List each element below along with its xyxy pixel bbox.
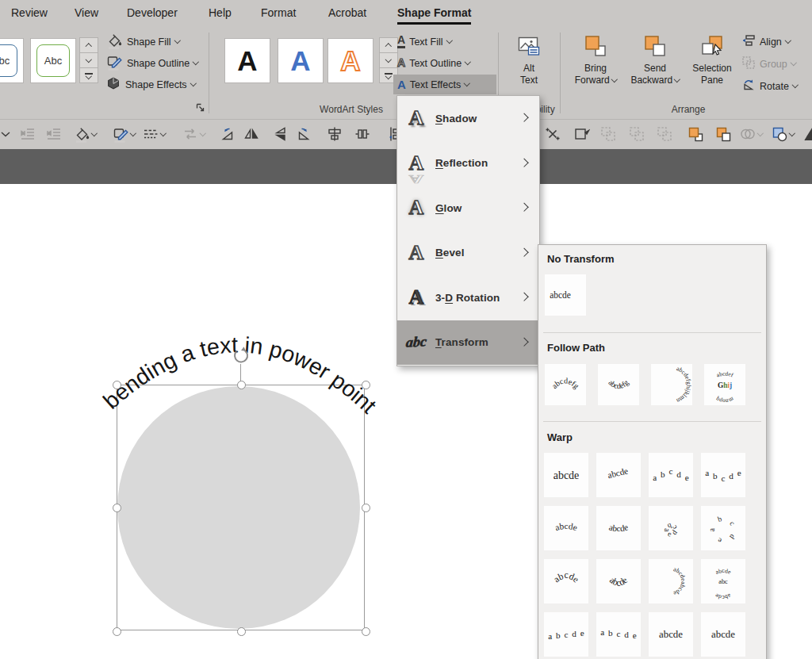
- menu-tab-shape-format[interactable]: Shape Format: [397, 6, 471, 25]
- scroll-up-button[interactable]: [79, 37, 98, 53]
- transform-option-warp-option-13[interactable]: abcde: [544, 612, 588, 657]
- combine-shapes-icon[interactable]: [771, 125, 795, 143]
- svg-text:d: d: [729, 471, 733, 481]
- resize-handle[interactable]: [362, 504, 370, 512]
- flip-vertical-icon[interactable]: [243, 125, 260, 143]
- flip-horizontal-icon[interactable]: [271, 125, 289, 143]
- gallery-more-button[interactable]: [79, 67, 98, 83]
- menu-item-transform[interactable]: abcTransform: [397, 320, 539, 366]
- chevron-down-icon: [91, 130, 98, 136]
- menu-item-bevel[interactable]: ABevel: [397, 231, 539, 276]
- shape-outline-color-icon[interactable]: [112, 125, 136, 143]
- shape-style-thumb[interactable]: Abc: [0, 38, 24, 83]
- rotate-left-90-icon[interactable]: [217, 125, 235, 143]
- ribbon-button-bring-forward[interactable]: BringForward: [565, 34, 626, 86]
- transform-option-warp-option-11[interactable]: abcdeabcde: [649, 559, 693, 603]
- transform-option-warp-option-10[interactable]: abcde: [596, 559, 641, 603]
- ribbon-button-shape-effects[interactable]: Shape Effects: [102, 75, 199, 94]
- menu-item-3-d-rotation[interactable]: A3-D Rotation: [397, 275, 539, 320]
- ribbon-button-text-fill[interactable]: AText Fill: [393, 32, 496, 52]
- shape-fill-color-icon[interactable]: [73, 125, 97, 143]
- rotation-handle[interactable]: [230, 346, 251, 366]
- chevron-down-icon: [446, 37, 452, 44]
- button-label: Selection: [692, 63, 731, 75]
- transform-option-circle[interactable]: abcdefghijklmn: [651, 364, 692, 405]
- transform-option-warp-option-15[interactable]: abcde: [649, 612, 693, 657]
- transform-option-warp-option-16[interactable]: abcde: [701, 612, 745, 657]
- transform-option-warp-option-14[interactable]: abcde: [596, 612, 641, 657]
- transform-option-warp-option-4[interactable]: abcde: [701, 453, 745, 497]
- resize-handle[interactable]: [362, 381, 370, 389]
- menu-tab-view[interactable]: View: [75, 6, 98, 19]
- menu-item-shadow[interactable]: AShadow: [397, 96, 539, 141]
- resize-handle[interactable]: [113, 381, 121, 389]
- transform-option-warp-option-8[interactable]: abcde: [701, 506, 745, 550]
- resize-handle[interactable]: [237, 627, 246, 636]
- transform-option-arch-down[interactable]: abcdefg: [598, 364, 639, 405]
- shape-style-thumb[interactable]: Abc: [30, 38, 76, 83]
- crop-fit-icon[interactable]: [544, 125, 561, 143]
- transform-option-no-transform[interactable]: abcde: [545, 274, 586, 316]
- transform-option-button[interactable]: abcdefGhijmnopq: [704, 364, 745, 405]
- chevron-down-icon: [674, 76, 680, 82]
- menu-item-reflection[interactable]: AReflection: [397, 141, 539, 186]
- arrow-style-icon: [182, 125, 205, 143]
- resize-handle[interactable]: [113, 504, 121, 512]
- dash-style-icon[interactable]: [142, 125, 166, 143]
- transform-option-warp-option-7[interactable]: abcde: [649, 506, 693, 550]
- transform-option-warp-option-6[interactable]: abcde: [596, 506, 641, 550]
- powerpoint-window: ReviewViewDeveloperHelpFormatAcrobatShap…: [0, 0, 812, 659]
- alt-text-button[interactable]: AltText: [499, 34, 559, 86]
- resize-handle[interactable]: [237, 381, 246, 389]
- wordart-curved-text[interactable]: bending a text in power point: [79, 309, 412, 448]
- resize-handle[interactable]: [113, 627, 121, 636]
- shape-style-preview: Abc: [36, 44, 70, 77]
- rotate-right-90-icon[interactable]: [297, 125, 314, 143]
- svg-text:a: a: [653, 473, 657, 482]
- button-label: Send: [644, 63, 666, 75]
- transform-option-warp-option-5[interactable]: abcde: [544, 506, 588, 550]
- button-label: Shape Outline: [127, 58, 190, 69]
- shape-styles-dialog-launcher[interactable]: [195, 102, 205, 113]
- align-center-icon[interactable]: [326, 125, 343, 143]
- wordart-style-thumb[interactable]: A: [224, 38, 270, 83]
- button-label: Pane: [701, 75, 723, 86]
- chevron-down-icon: [465, 59, 471, 65]
- ribbon-button-selection-pane[interactable]: SelectionPane: [682, 34, 742, 86]
- increase-indent-icon: [45, 125, 63, 143]
- menu-item-glow[interactable]: AGlow: [397, 186, 539, 231]
- wordart-style-thumb[interactable]: A: [278, 38, 324, 83]
- ribbon-button-align[interactable]: Align: [737, 32, 794, 52]
- svg-text:abcde: abcde: [553, 521, 578, 532]
- transform-option-warp-option-12[interactable]: abcdeabcabcde: [701, 559, 745, 603]
- button-label: Forward: [575, 75, 610, 86]
- format-painter-partial-icon[interactable]: [802, 125, 812, 143]
- ribbon-button-send-backward[interactable]: SendBackward: [625, 34, 685, 86]
- transform-option-warp-option-2[interactable]: abcde: [596, 453, 641, 497]
- send-backward-small-icon[interactable]: [714, 125, 732, 143]
- menu-tab-help[interactable]: Help: [209, 6, 232, 19]
- transform-option-warp-option-3[interactable]: abcde: [649, 453, 693, 497]
- more-options-icon[interactable]: [0, 125, 14, 143]
- ribbon-button-text-effects[interactable]: AText Effects: [393, 75, 496, 94]
- edit-points-icon[interactable]: [573, 125, 590, 143]
- transform-option-warp-option-1[interactable]: abcde: [544, 453, 588, 497]
- menu-tab-review[interactable]: Review: [11, 6, 48, 19]
- transform-option-arch[interactable]: abcdefg: [545, 364, 586, 405]
- ribbon-button-rotate[interactable]: Rotate: [737, 76, 801, 96]
- svg-text:abc: abc: [718, 578, 728, 585]
- ribbon-button-text-outline[interactable]: AText Outline: [393, 53, 496, 73]
- menu-tab-format[interactable]: Format: [261, 6, 296, 19]
- chevron-down-icon: [464, 80, 470, 86]
- menu-tab-developer[interactable]: Developer: [127, 6, 178, 19]
- ribbon-button-group: Group: [737, 54, 799, 74]
- resize-handle[interactable]: [362, 627, 370, 636]
- align-middle-icon[interactable]: [354, 125, 371, 143]
- transform-option-warp-option-9[interactable]: abcde: [544, 559, 588, 603]
- bring-forward-small-icon[interactable]: [687, 125, 704, 143]
- menu-tab-acrobat[interactable]: Acrobat: [328, 6, 366, 19]
- ribbon-button-shape-outline[interactable]: Shape Outline: [102, 53, 202, 73]
- ribbon-button-shape-fill[interactable]: Shape Fill: [102, 32, 183, 52]
- scroll-down-button[interactable]: [79, 52, 98, 68]
- wordart-style-thumb[interactable]: A: [327, 38, 373, 83]
